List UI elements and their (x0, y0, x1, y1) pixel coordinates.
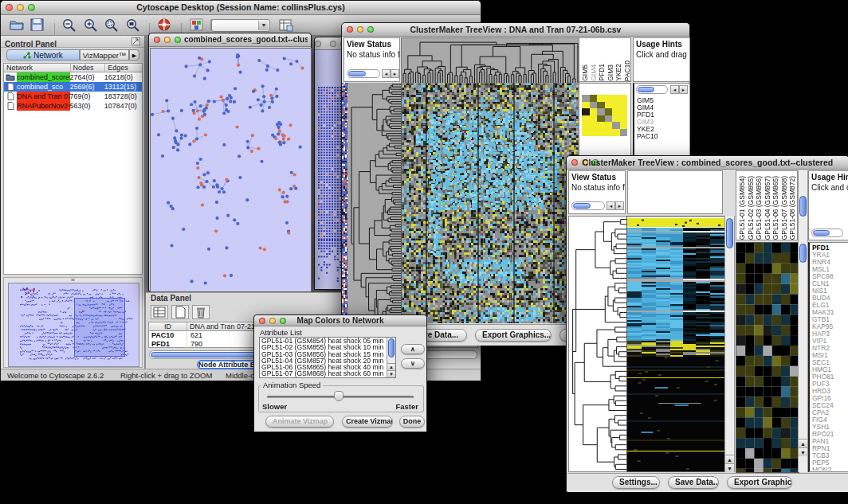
matrix-cell[interactable] (612, 102, 620, 109)
minimize-button[interactable] (164, 37, 171, 43)
gene-label[interactable]: YKE2 (614, 64, 623, 81)
scroll-down-icon[interactable]: ▼ (725, 463, 734, 472)
trash-icon[interactable] (192, 305, 210, 319)
tv1-global-pixel-strip[interactable] (342, 83, 347, 323)
close-button[interactable] (154, 37, 160, 43)
matrix-cell[interactable] (612, 115, 620, 123)
matrix-cell[interactable] (590, 122, 598, 129)
move-attribute-down-button[interactable]: ∨ (401, 358, 425, 369)
scroll-down-icon[interactable]: ▼ (799, 447, 807, 456)
new-document-icon[interactable] (171, 305, 189, 319)
search-dropdown-icon[interactable]: ▼ (258, 21, 269, 30)
zoom-in-icon[interactable] (83, 18, 100, 33)
slider-thumb[interactable] (334, 391, 344, 401)
matrix-cell[interactable] (582, 102, 590, 109)
tv1-row-dendrogram[interactable] (347, 83, 401, 323)
tv2-row-dendrogram[interactable] (568, 216, 627, 472)
matrix-cell[interactable] (612, 108, 620, 115)
gene-label[interactable]: GPL51-02 (GSM855) (747, 176, 756, 240)
tv2-save-data-button[interactable]: Save Data... (668, 476, 719, 489)
scroll-up-icon[interactable]: ▲ (725, 455, 734, 463)
minimize-button[interactable] (330, 41, 336, 47)
matrix-cell[interactable] (605, 129, 613, 136)
scroll-right-icon[interactable]: ▸ (391, 69, 399, 78)
tv2-column-dendrogram-area[interactable] (627, 170, 723, 214)
matrix-cell[interactable] (582, 115, 590, 123)
gene-label[interactable]: GPL51-07 (GSM868) (780, 176, 789, 240)
scroll-up-icon[interactable]: ▲ (799, 439, 807, 447)
gene-label[interactable]: GPL51-04 (GSM857) (764, 176, 772, 240)
tv2-zoom-vscroll-thumb[interactable] (799, 244, 807, 263)
zoom-fit-icon[interactable] (125, 18, 143, 33)
network-list-row[interactable]: combined_scores2764(0)16218(0) (4, 72, 142, 82)
zoom-window-button[interactable] (175, 37, 181, 43)
scroll-up-icon[interactable]: ▲ (387, 363, 395, 370)
scroll-down-icon[interactable]: ▼ (387, 370, 395, 377)
matrix-cell[interactable] (620, 115, 628, 123)
treeview1-titlebar[interactable]: ClusterMaker TreeView : DNA and Tran 07-… (342, 23, 689, 37)
vizmapper-icon[interactable] (189, 18, 206, 33)
scroll-right-icon[interactable]: ▸ (679, 85, 688, 94)
search-input[interactable]: ▼ (211, 19, 270, 32)
scroll-right-icon[interactable]: ▸ (615, 201, 624, 210)
scroll-left-icon[interactable]: ◂ (382, 69, 391, 78)
matrix-cell[interactable] (597, 102, 605, 109)
matrix-cell[interactable] (597, 122, 605, 129)
tv2-export-graphics-button[interactable]: Export Graphics... (727, 476, 792, 489)
matrix-cell[interactable] (582, 129, 590, 136)
matrix-cell[interactable] (605, 115, 613, 123)
tv1-heatmap-canvas[interactable] (401, 83, 579, 323)
attribute-scroll-thumb[interactable] (388, 338, 395, 357)
tv1-export-graphics-button[interactable]: Export Graphics... (475, 329, 552, 342)
gene-label[interactable]: GIM4 (590, 64, 599, 81)
tv2-zoom-heatmap-canvas[interactable] (736, 242, 799, 473)
matrix-cell[interactable] (620, 102, 628, 109)
col-header-nodes[interactable]: Nodes (71, 64, 106, 72)
zoom-selected-icon[interactable] (104, 18, 121, 33)
gene-label[interactable]: GPL51-01 (GSM854) (738, 176, 747, 240)
col-header-network[interactable]: Network (4, 64, 71, 72)
gene-label[interactable]: PAC10 (623, 61, 632, 81)
tv2-status-scrollbar[interactable] (571, 201, 605, 210)
tv1-gene-hscrollbar[interactable] (636, 85, 668, 94)
attribute-list-scrollbar[interactable]: ▲ ▼ (387, 338, 395, 377)
gene-label[interactable]: MON2 (812, 467, 848, 471)
matrix-cell[interactable] (597, 95, 605, 102)
save-icon[interactable] (29, 18, 47, 33)
tab-overflow-arrow[interactable]: ▶ (129, 49, 139, 61)
attribute-list-item[interactable]: GPL51-04 (GSM857) heat shock 20 min (260, 357, 387, 364)
matrix-cell[interactable] (597, 108, 605, 115)
network-window-1-titlebar[interactable]: combined_scores_good.txt--cluste... (149, 33, 311, 47)
attribute-list-item[interactable]: GPL51-06 (GSM865) heat shock 40 min (260, 364, 387, 370)
tv2-settings-button[interactable]: Settings... (612, 476, 660, 489)
scroll-left-icon[interactable]: ◂ (670, 85, 679, 94)
zoom-out-icon[interactable] (61, 18, 79, 33)
matrix-cell[interactable] (582, 122, 590, 129)
attribute-list-item[interactable]: GPL51-03 (GSM856) heat shock 15 min (260, 351, 387, 357)
tv2-zoom-vscrollbar[interactable]: ▲ ▼ (798, 170, 808, 472)
animate-vizmap-button[interactable]: Animate Vizmap (265, 416, 334, 428)
attribute-list-item[interactable]: GPL51-02 (GSM855) heat shock 10 min (260, 344, 387, 350)
open-file-icon[interactable] (9, 18, 26, 33)
matrix-cell[interactable] (620, 122, 628, 129)
col-header-id[interactable]: ID (149, 322, 187, 331)
matrix-cell[interactable] (582, 108, 590, 115)
tv1-column-dendrogram[interactable] (401, 37, 579, 84)
matrix-cell[interactable] (605, 102, 613, 109)
matrix-cell[interactable] (620, 129, 628, 136)
tv2-main-vscroll-thumb[interactable] (726, 218, 733, 248)
table-grid-icon[interactable] (151, 305, 168, 319)
matrix-cell[interactable] (590, 108, 598, 115)
move-attribute-up-button[interactable]: ∧ (401, 344, 425, 354)
float-panel-icon[interactable] (132, 37, 140, 45)
attribute-list-item[interactable]: GPL51-01 (GSM854) heat shock 05 min (260, 338, 387, 344)
matrix-cell[interactable] (597, 115, 605, 123)
dialog-titlebar[interactable]: Map Colors to Network (254, 315, 426, 326)
matrix-cell[interactable] (582, 95, 590, 102)
table-icon[interactable] (278, 18, 296, 34)
main-titlebar[interactable]: Cytoscape Desktop (Session Name: collins… (1, 1, 481, 15)
matrix-cell[interactable] (590, 102, 598, 109)
matrix-cell[interactable] (612, 95, 620, 102)
matrix-cell[interactable] (612, 129, 620, 136)
create-vizmap-button[interactable]: Create Vizmap (342, 416, 393, 428)
